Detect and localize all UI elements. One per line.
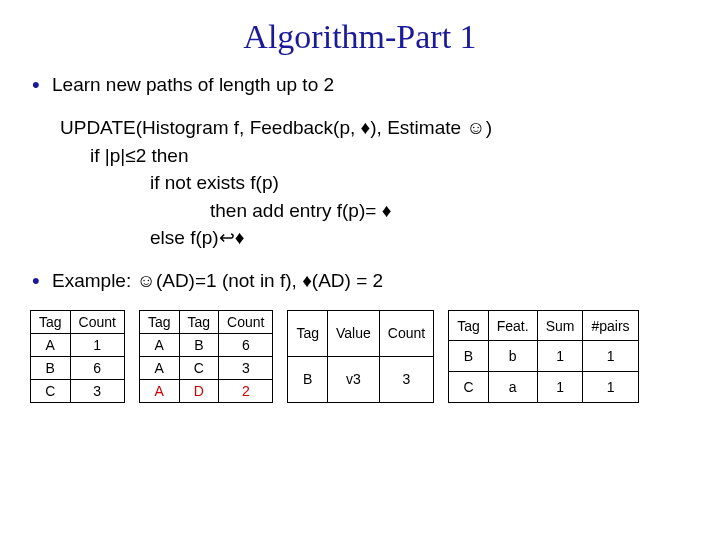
algo-line-if-len: if |p|≤2 then — [60, 142, 690, 170]
table-tag-value-count: TagValueCount Bv33 — [287, 310, 434, 403]
table-tag-count: TagCount A1 B6 C3 — [30, 310, 125, 403]
algo-line-update: UPDATE(Histogram f, Feedback(p, ♦), Esti… — [60, 114, 690, 142]
algo-line-then-add: then add entry f(p)= ♦ — [60, 197, 690, 225]
algorithm-block: UPDATE(Histogram f, Feedback(p, ♦), Esti… — [60, 114, 690, 252]
table-row-new: AD2 — [139, 379, 273, 402]
table-row: C3 — [31, 379, 125, 402]
algo-line-else: else f(p)↩♦ — [60, 224, 690, 252]
bullet-learn-paths: Learn new paths of length up to 2 — [30, 74, 690, 96]
table-row: Bv33 — [288, 356, 434, 402]
table-row: TagFeat.Sum#pairs — [449, 310, 638, 341]
table-row: A1 — [31, 333, 125, 356]
tables-row: TagCount A1 B6 C3 TagTagCount AB6 AC3 AD… — [30, 310, 690, 403]
table-row: Ca11 — [449, 372, 638, 403]
table-row: AC3 — [139, 356, 273, 379]
table-row: TagValueCount — [288, 310, 434, 356]
table-tag-feat-sum-pairs: TagFeat.Sum#pairs Bb11 Ca11 — [448, 310, 638, 403]
bullet-example: Example: ☺(AD)=1 (not in f), ♦(AD) = 2 — [30, 270, 690, 292]
algo-line-if-not-exists: if not exists f(p) — [60, 169, 690, 197]
table-row: TagTagCount — [139, 310, 273, 333]
table-row: TagCount — [31, 310, 125, 333]
table-tag-tag-count: TagTagCount AB6 AC3 AD2 — [139, 310, 274, 403]
table-row: Bb11 — [449, 341, 638, 372]
slide-title: Algorithm-Part 1 — [30, 18, 690, 56]
table-row: B6 — [31, 356, 125, 379]
table-row: AB6 — [139, 333, 273, 356]
